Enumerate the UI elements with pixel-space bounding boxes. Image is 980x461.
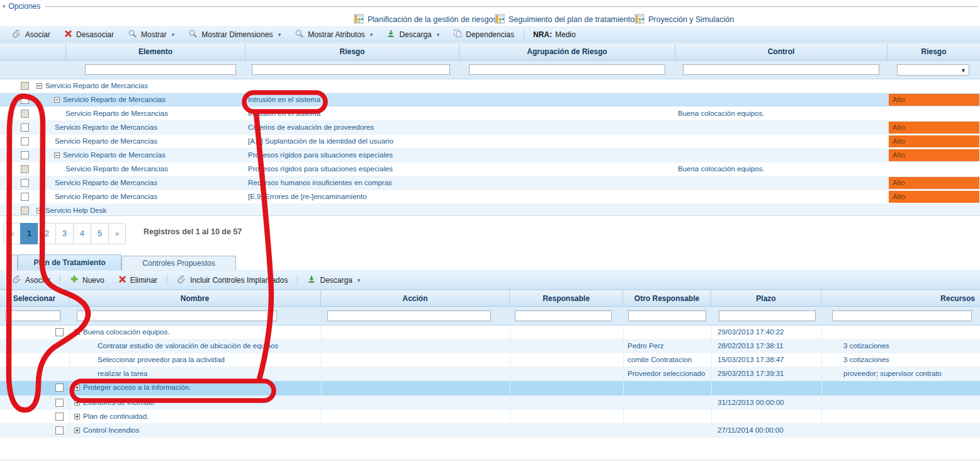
risk-table-row[interactable]: Servicio Reparto de MercanciasRecursos h… [0, 176, 980, 190]
prev-page-button[interactable]: « [3, 223, 21, 244]
header-seleccionar[interactable]: Seleccionar [0, 290, 69, 306]
recursos-cell: proveedor; supervisor contrato [843, 370, 942, 377]
mostrar-dimensiones-button[interactable]: Mostrar Dimensiones ▾ [181, 27, 288, 42]
plan-table-row[interactable]: Contratar estudio de valoración de ubica… [0, 339, 980, 353]
plan-table-row[interactable]: Extintores de incendio31/12/2013 00:00:0… [0, 396, 980, 410]
plan-table-row[interactable]: Seleccionar proveedor para la actividadc… [0, 353, 980, 367]
link-planificacion[interactable]: Planificación de la gestión de riesgos [354, 13, 497, 26]
risk-level-filter-select[interactable]: ▼ [897, 64, 969, 76]
plazo-filter-input[interactable] [719, 310, 816, 321]
eliminar-button[interactable]: Eliminar [111, 271, 164, 289]
riesgo-filter-input[interactable] [252, 64, 450, 75]
header-plazo[interactable]: Plazo [711, 290, 821, 306]
tree-expand-icon[interactable] [74, 400, 80, 406]
tree-expand-icon[interactable] [74, 385, 80, 390]
tab-controles-propuestos[interactable]: Controles Propuestos [121, 256, 236, 270]
tree-expand-icon[interactable] [74, 414, 80, 419]
row-checkbox[interactable] [55, 426, 64, 435]
chevron-down-icon[interactable]: ▾ [370, 31, 373, 38]
header-control[interactable]: Control [675, 43, 887, 60]
page-button-1[interactable]: 1 [20, 223, 38, 244]
page-button-3[interactable]: 3 [55, 223, 74, 244]
row-checkbox[interactable] [55, 399, 64, 407]
nuevo-button[interactable]: Nuevo [63, 271, 111, 289]
chevron-down-icon[interactable]: ▾ [278, 31, 281, 38]
tree-collapse-icon[interactable] [37, 208, 42, 213]
header-nombre[interactable]: Nombre [69, 290, 321, 306]
next-page-button[interactable]: » [108, 223, 126, 244]
header-otro-responsable[interactable]: Otro Responsable [623, 290, 711, 306]
chevron-down-icon[interactable]: ▾ [358, 277, 361, 283]
tree-collapse-icon[interactable] [54, 97, 60, 103]
link-seguimiento[interactable]: Seguimiento del plan de tratamiento [495, 13, 634, 26]
plan-table-row[interactable]: Buena colocación equipos.29/03/2013 17:4… [0, 326, 980, 339]
page-button-5[interactable]: 5 [91, 223, 109, 244]
header-checkbox-col [0, 43, 66, 60]
mostrar-button[interactable]: Mostrar ▾ [121, 27, 181, 42]
header-agrupacion[interactable]: Agrupación de Riesgo [459, 43, 675, 60]
chevron-down-icon[interactable]: ▾ [172, 31, 175, 38]
risk-table-row[interactable]: Servicio Reparto de MercanciasCriterios … [0, 121, 980, 135]
row-checkbox[interactable] [55, 328, 64, 336]
dependencias-button[interactable]: Dependencias [446, 27, 521, 42]
header-recursos[interactable]: Recursos [821, 290, 980, 306]
plan-table-row[interactable]: Proteger acceso a la información. [0, 381, 980, 396]
plan-table-row[interactable]: Control Incendios27/11/2014 00:00:00 [0, 424, 980, 438]
nombre-filter-input[interactable] [77, 310, 277, 321]
tree-collapse-icon[interactable] [74, 329, 80, 335]
incluir-controles-button[interactable]: Incluir Controles Implantados [170, 271, 295, 289]
tree-collapse-icon[interactable] [37, 83, 42, 89]
risk-level-label: Alto [893, 135, 979, 147]
desasociar-button[interactable]: Desasociar [57, 27, 121, 42]
nombre-cell: Contratar estudio de valoración de ubica… [98, 342, 278, 350]
download-icon [307, 275, 316, 285]
descarga-button[interactable]: Descarga ▾ [380, 27, 446, 42]
tab-strip-stub [11, 254, 18, 270]
elemento-filter-input[interactable] [85, 64, 236, 75]
mostrar-atributos-button[interactable]: Mostrar Atributos ▾ [288, 27, 380, 42]
header-elemento[interactable]: Elemento [66, 43, 245, 60]
tree-expand-icon[interactable] [74, 428, 80, 433]
descarga-button[interactable]: Descarga ▾ [300, 271, 367, 289]
risk-table-row[interactable]: Servicio Reparto de MercanciasIntrusión … [0, 107, 980, 121]
risk-table-row[interactable]: Servicio Reparto de MercanciasIntrusión … [0, 93, 980, 107]
asociar-button[interactable]: Asociar [5, 271, 57, 289]
page-button-4[interactable]: 4 [73, 223, 91, 244]
row-checkbox[interactable] [21, 123, 29, 132]
header-riesgo-nivel[interactable]: Riesgo [887, 43, 980, 60]
header-responsable[interactable]: Responsable [510, 290, 623, 306]
risk-table-row[interactable]: Servicio Help Desk [0, 204, 980, 216]
row-checkbox[interactable] [21, 137, 29, 145]
risk-table-row[interactable]: Servicio Reparto de Mercancias [0, 79, 980, 93]
accion-filter-input[interactable] [327, 310, 491, 321]
toolbar-separator [297, 275, 298, 285]
column-divider [711, 410, 712, 423]
seleccionar-filter-input[interactable] [5, 310, 60, 321]
row-checkbox[interactable] [21, 193, 29, 201]
row-checkbox[interactable] [21, 96, 29, 104]
tree-collapse-icon[interactable] [54, 152, 60, 158]
risk-table-row[interactable]: Servicio Reparto de Mercancias[A.5] Supl… [0, 135, 980, 149]
plan-table-row[interactable]: realizar la tareaProveedor seleccionado2… [0, 367, 980, 381]
otro-responsable-filter-input[interactable] [628, 310, 706, 321]
page-button-2[interactable]: 2 [38, 223, 56, 244]
opciones-toggle[interactable]: ▾ Opciones [3, 2, 40, 11]
risk-table-row[interactable]: Servicio Reparto de MercanciasProcesos r… [0, 149, 980, 162]
asociar-button[interactable]: Asociar [5, 27, 57, 42]
risk-table-row[interactable]: Servicio Reparto de MercanciasProcesos r… [0, 162, 980, 176]
row-checkbox[interactable] [55, 384, 64, 392]
link-proyeccion[interactable]: Proyección y Simulación [634, 13, 734, 26]
row-checkbox[interactable] [21, 179, 29, 187]
row-checkbox[interactable] [21, 151, 29, 159]
agrupacion-filter-input[interactable] [469, 64, 665, 75]
risk-table-row[interactable]: Servicio Reparto de Mercancias[E.9] Erro… [0, 190, 980, 204]
header-riesgo[interactable]: Riesgo [245, 43, 459, 60]
tab-plan-de-tratamiento[interactable]: Plan de Tratamiento [18, 254, 121, 270]
row-checkbox[interactable] [55, 413, 64, 421]
chevron-down-icon[interactable]: ▾ [437, 31, 440, 38]
header-accion[interactable]: Acción [321, 290, 510, 306]
control-filter-input[interactable] [683, 64, 879, 75]
recursos-filter-input[interactable] [832, 310, 972, 321]
plan-table-row[interactable]: Plan de continuidad. [0, 410, 980, 424]
responsable-filter-input[interactable] [515, 310, 612, 321]
